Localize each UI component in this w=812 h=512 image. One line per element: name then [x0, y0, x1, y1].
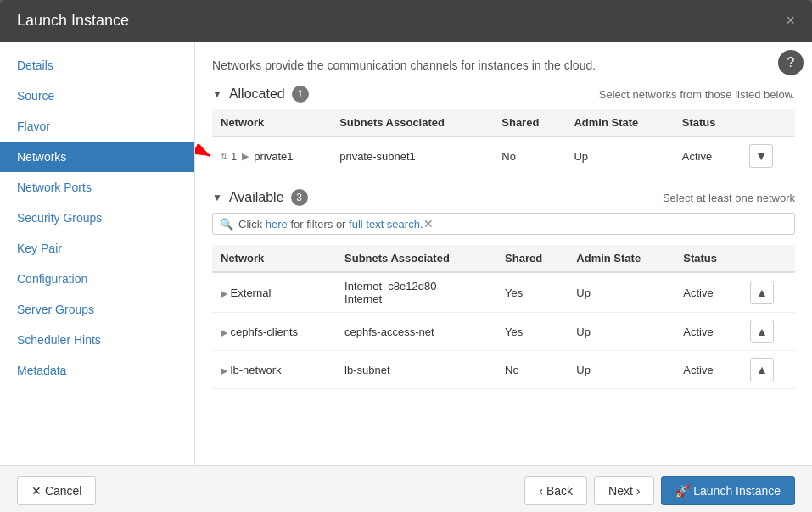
available-row-shared: Yes — [496, 313, 568, 351]
allocated-row-number: 1 — [231, 150, 237, 163]
available-header: ▼ Available 3 Select at least one networ… — [212, 189, 795, 206]
launch-instance-modal: Launch Instance × Details Source Flavor … — [0, 0, 812, 512]
allocated-row-network: ⇅ 1 ▶ private1 — [212, 136, 331, 175]
available-table: Network Subnets Associated Shared Admin … — [212, 245, 795, 389]
next-button[interactable]: Next › — [594, 476, 654, 505]
full-text-search-link[interactable]: full text search — [349, 218, 420, 231]
allocated-row-admin-state: Up — [565, 136, 673, 175]
available-badge: 3 — [291, 189, 308, 206]
deallocate-button[interactable]: ▼ — [749, 144, 773, 168]
allocated-badge: 1 — [292, 86, 309, 103]
sidebar-item-server-groups[interactable]: Server Groups — [0, 294, 194, 325]
modal-title: Launch Instance — [17, 12, 129, 30]
available-hint: Select at least one network — [663, 192, 795, 204]
available-row-status: Active — [675, 272, 742, 313]
expand-icon[interactable]: ▶ — [221, 288, 227, 298]
available-col-action — [742, 245, 795, 272]
table-row: ▶ External Internet_c8e12d80Internet Yes… — [212, 272, 795, 313]
search-placeholder: Click here for filters or full text sear… — [238, 218, 423, 231]
sidebar: Details Source Flavor Networks Network P… — [0, 42, 195, 465]
available-row-subnets: Internet_c8e12d80Internet — [336, 272, 496, 313]
footer-right-buttons: ‹ Back Next › 🚀 Launch Instance — [524, 476, 795, 505]
table-row: ⇅ 1 ▶ private1 private-subnet1 No Up — [212, 136, 795, 175]
launch-instance-button[interactable]: 🚀 Launch Instance — [661, 476, 795, 505]
allocated-col-shared: Shared — [493, 109, 565, 136]
allocated-row-status: Active — [674, 136, 741, 175]
allocated-title: ▼ Allocated 1 — [212, 86, 309, 103]
sidebar-item-flavor[interactable]: Flavor — [0, 111, 194, 142]
cancel-button[interactable]: ✕ Cancel — [17, 476, 96, 505]
back-button[interactable]: ‹ Back — [524, 476, 587, 505]
table-row: ▶ lb-network lb-subnet No Up Active ▲ — [212, 351, 795, 389]
sidebar-item-network-ports[interactable]: Network Ports — [0, 172, 194, 203]
sort-up-icon: ⇅ — [221, 152, 227, 161]
available-row-action: ▲ — [742, 313, 795, 351]
allocated-label: Allocated — [229, 86, 285, 102]
available-col-admin-state: Admin State — [568, 245, 675, 272]
allocated-row-action: ▼ — [741, 136, 795, 175]
red-arrow-annotation — [195, 144, 216, 168]
close-button[interactable]: × — [786, 12, 795, 30]
sidebar-item-details[interactable]: Details — [0, 50, 194, 81]
description: Networks provide the communication chann… — [212, 58, 795, 72]
modal-header: Launch Instance × — [0, 0, 812, 42]
help-button[interactable]: ? — [778, 50, 804, 75]
available-row-network: ▶ External — [212, 272, 336, 313]
allocated-col-status: Status — [674, 109, 741, 136]
available-row-status: Active — [675, 351, 742, 389]
available-col-network: Network — [212, 245, 336, 272]
expand-icon[interactable]: ▶ — [221, 327, 227, 337]
available-col-shared: Shared — [496, 245, 568, 272]
filters-link[interactable]: here — [266, 218, 288, 231]
expand-icon[interactable]: ▶ — [221, 365, 227, 376]
sidebar-item-key-pair[interactable]: Key Pair — [0, 233, 194, 264]
available-row-shared: Yes — [496, 272, 568, 313]
allocated-table: Network Subnets Associated Shared Admin … — [212, 109, 795, 175]
available-row-admin-state: Up — [568, 351, 675, 389]
search-bar[interactable]: 🔍 Click here for filters or full text se… — [212, 213, 795, 235]
available-row-network: ▶ lb-network — [212, 351, 336, 389]
available-col-subnets: Subnets Associated — [336, 245, 496, 272]
search-clear-button[interactable]: ✕ — [423, 217, 434, 231]
available-row-subnets: lb-subnet — [336, 351, 496, 389]
sidebar-item-networks[interactable]: Networks — [0, 142, 194, 172]
available-label: Available — [229, 190, 284, 205]
sidebar-item-configuration[interactable]: Configuration — [0, 264, 194, 294]
available-collapse-icon[interactable]: ▼ — [212, 192, 222, 203]
expand-row-icon[interactable]: ▶ — [242, 151, 249, 162]
available-row-network: ▶ cephfs-clients — [212, 313, 336, 351]
main-content: ? Networks provide the communication cha… — [195, 42, 812, 465]
available-title: ▼ Available 3 — [212, 189, 308, 206]
sidebar-item-source[interactable]: Source — [0, 81, 194, 111]
allocate-button[interactable]: ▲ — [750, 320, 774, 343]
available-row-action: ▲ — [742, 351, 795, 389]
available-row-action: ▲ — [742, 272, 795, 313]
available-row-subnets: cephfs-access-net — [336, 313, 496, 351]
allocated-row-name: private1 — [254, 150, 293, 163]
allocated-col-action — [741, 109, 795, 136]
allocated-row-subnets: private-subnet1 — [331, 136, 493, 175]
search-icon: 🔍 — [220, 218, 233, 231]
allocated-row-shared: No — [493, 136, 565, 175]
sidebar-item-security-groups[interactable]: Security Groups — [0, 203, 194, 233]
allocate-button[interactable]: ▲ — [750, 358, 774, 381]
allocated-col-admin-state: Admin State — [565, 109, 673, 136]
row-number: ⇅ 1 — [221, 150, 237, 163]
table-row: ▶ cephfs-clients cephfs-access-net Yes U… — [212, 313, 795, 351]
allocate-button[interactable]: ▲ — [750, 281, 774, 304]
allocated-col-subnets: Subnets Associated — [331, 109, 493, 136]
allocated-collapse-icon[interactable]: ▼ — [212, 88, 222, 100]
allocated-hint: Select networks from those listed below. — [599, 88, 795, 101]
sidebar-item-metadata[interactable]: Metadata — [0, 355, 194, 386]
modal-footer: ✕ Cancel ‹ Back Next › 🚀 Launch Instance — [0, 465, 812, 512]
available-row-admin-state: Up — [568, 313, 675, 351]
available-row-status: Active — [675, 313, 742, 351]
available-row-admin-state: Up — [568, 272, 675, 313]
modal-body: Details Source Flavor Networks Network P… — [0, 42, 812, 465]
available-row-shared: No — [496, 351, 568, 389]
allocated-col-network: Network — [212, 109, 331, 136]
allocated-header: ▼ Allocated 1 Select networks from those… — [212, 86, 795, 103]
sidebar-item-scheduler-hints[interactable]: Scheduler Hints — [0, 325, 194, 355]
available-col-status: Status — [675, 245, 742, 272]
